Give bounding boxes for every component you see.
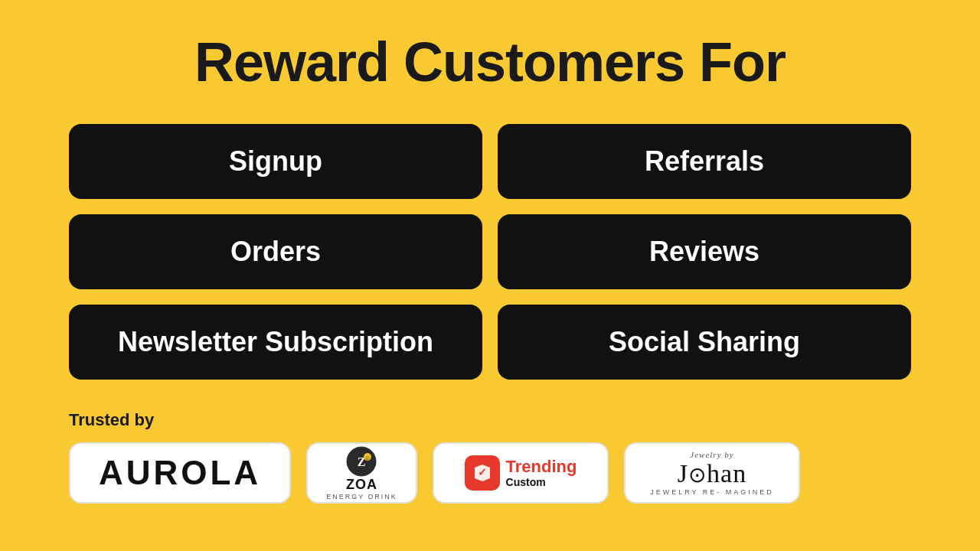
zoa-icon: Z ☺	[346, 446, 377, 477]
trending-brand-sub: Custom	[506, 476, 577, 488]
aurola-brand-name: AUROLA	[99, 454, 261, 492]
trending-custom-brand-card: ✓ Trending Custom	[433, 442, 609, 504]
johan-bottom-text: JEWELRY RE- MAGINED	[650, 488, 774, 496]
zoa-brand-sub: ENERGY DRINK	[326, 493, 397, 500]
svg-text:☺: ☺	[364, 455, 371, 461]
reward-buttons-grid: Signup Referrals Orders Reviews Newslett…	[69, 124, 911, 380]
zoa-brand-name: ZOA	[346, 477, 377, 493]
johan-brand-card: Jewelry by J⊙han JEWELRY RE- MAGINED	[624, 442, 800, 504]
brands-row: AUROLA Z ☺ ZOA ENERGY DRINK	[69, 442, 911, 504]
page-title: Reward Customers For	[194, 31, 786, 93]
aurola-brand-card: AUROLA	[69, 442, 291, 504]
social-sharing-button[interactable]: Social Sharing	[498, 305, 911, 380]
johan-brand-name: J⊙han	[678, 459, 746, 488]
signup-button[interactable]: Signup	[69, 124, 482, 199]
zoa-brand-card: Z ☺ ZOA ENERGY DRINK	[306, 442, 417, 504]
johan-top-text: Jewelry by	[690, 450, 733, 459]
trusted-section: Trusted by AUROLA Z ☺ ZOA ENERGY DRINK	[69, 410, 911, 504]
reviews-button[interactable]: Reviews	[498, 214, 911, 289]
trending-brand-title: Trending	[506, 458, 577, 476]
trending-container: ✓ Trending Custom	[465, 455, 577, 491]
johan-container: Jewelry by J⊙han JEWELRY RE- MAGINED	[650, 450, 774, 496]
trusted-label: Trusted by	[69, 410, 911, 430]
trending-text-block: Trending Custom	[506, 458, 577, 488]
referrals-button[interactable]: Referrals	[498, 124, 911, 199]
newsletter-button[interactable]: Newsletter Subscription	[69, 305, 482, 380]
orders-button[interactable]: Orders	[69, 214, 482, 289]
svg-text:✓: ✓	[478, 466, 487, 478]
zoa-container: Z ☺ ZOA ENERGY DRINK	[326, 446, 397, 500]
trending-icon: ✓	[465, 455, 500, 491]
